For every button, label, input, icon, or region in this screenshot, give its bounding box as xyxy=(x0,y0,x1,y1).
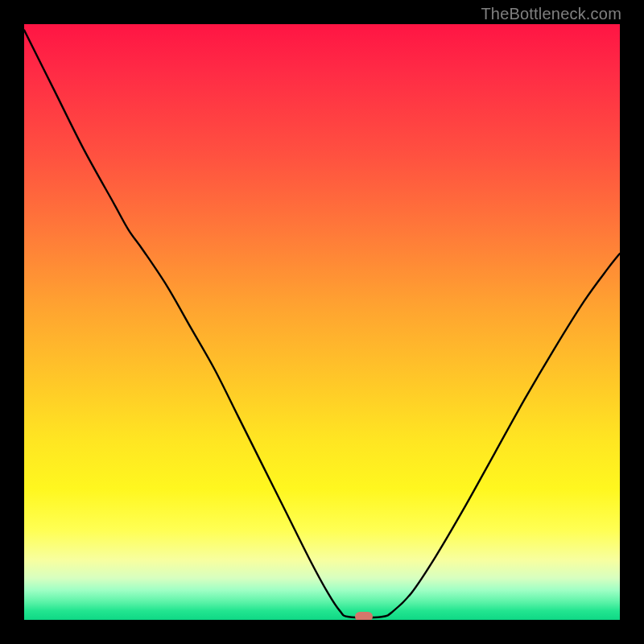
optimal-point-marker xyxy=(355,612,373,620)
bottleneck-curve xyxy=(24,24,620,620)
watermark-text: TheBottleneck.com xyxy=(481,5,621,23)
plot-area xyxy=(24,24,620,620)
chart-frame: TheBottleneck.com xyxy=(0,0,644,644)
